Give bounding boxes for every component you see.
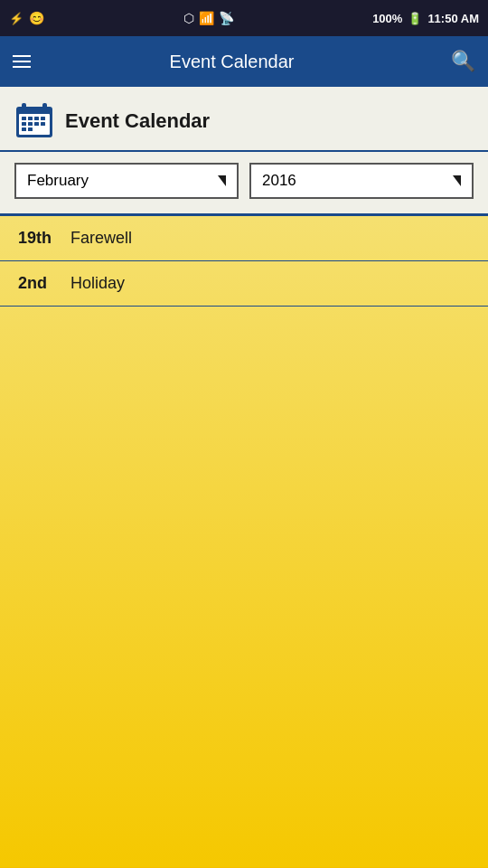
status-left-icons: ⚡ 😊 — [9, 11, 44, 25]
time-display: 11:50 AM — [427, 12, 479, 25]
month-value: February — [27, 172, 89, 190]
svg-rect-9 — [28, 122, 33, 126]
year-dropdown-arrow — [453, 175, 461, 186]
events-list: 19th Farewell 2nd Holiday — [0, 216, 488, 867]
svg-rect-11 — [41, 122, 45, 126]
event-item-2: 2nd Holiday — [0, 261, 488, 307]
status-right: 100% 🔋 11:50 AM — [372, 12, 479, 25]
event-name-2: Holiday — [70, 274, 125, 293]
battery-percent: 100% — [372, 12, 402, 25]
app-bar: Event Calendar 🔍 — [0, 36, 488, 87]
face-icon: 😊 — [29, 11, 44, 25]
svg-rect-7 — [41, 117, 45, 120]
svg-rect-12 — [22, 127, 26, 131]
app-bar-title: Event Calendar — [13, 52, 451, 72]
svg-rect-13 — [28, 127, 33, 131]
svg-rect-3 — [42, 103, 47, 112]
battery-icon: 🔋 — [408, 12, 422, 25]
selectors-row: February 2016 — [0, 152, 488, 216]
signal-icon: 📡 — [219, 11, 234, 25]
svg-rect-6 — [34, 117, 39, 120]
booster-icon: ⬡ — [183, 11, 194, 25]
month-selector[interactable]: February — [14, 163, 239, 199]
month-dropdown-arrow — [218, 175, 226, 186]
event-name-1: Farewell — [70, 229, 132, 248]
status-bar: ⚡ 😊 ⬡ 📶 📡 100% 🔋 11:50 AM — [0, 0, 488, 36]
year-selector[interactable]: 2016 — [249, 163, 474, 199]
event-item-1: 19th Farewell — [0, 216, 488, 261]
svg-rect-2 — [22, 103, 26, 112]
main-content: Event Calendar February 2016 19th Farewe… — [0, 87, 488, 868]
svg-rect-4 — [22, 117, 26, 120]
header-title: Event Calendar — [65, 109, 210, 133]
calendar-icon — [14, 101, 54, 141]
year-value: 2016 — [262, 172, 296, 190]
status-center: ⬡ 📶 📡 — [183, 11, 234, 25]
svg-rect-10 — [34, 122, 39, 126]
wifi-icon: 📶 — [199, 11, 214, 25]
usb-icon: ⚡ — [9, 12, 23, 25]
svg-rect-8 — [22, 122, 26, 126]
event-day-2: 2nd — [18, 274, 56, 293]
svg-rect-5 — [28, 117, 33, 120]
header-section: Event Calendar — [0, 87, 488, 152]
search-button[interactable]: 🔍 — [451, 50, 475, 73]
event-day-1: 19th — [18, 229, 56, 248]
